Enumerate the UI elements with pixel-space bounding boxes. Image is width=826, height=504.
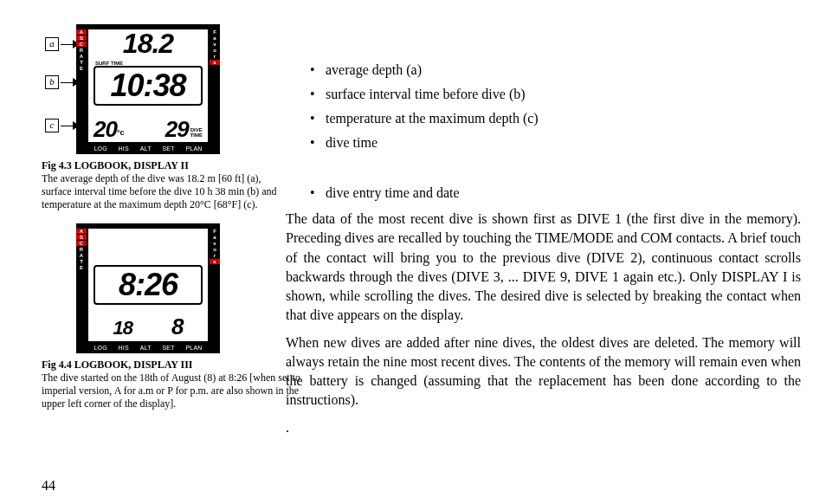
surface-interval-box: 10:38 [94,66,203,106]
callout-c-label: c [45,119,59,132]
figure-4-4-caption-text: The dive started on the 18th of August (… [42,372,300,410]
mode-tabs: LOG HIS ALT SET PLAN [88,144,208,152]
list-item: average depth (a) [326,61,801,80]
callout-a-label: a [45,37,59,51]
figure-4-4-title: Fig 4.4 LOGBOOK, DISPLAY III [42,359,192,371]
figure-4-3: a b c A S C R A T E [76,24,220,154]
body-text: average depth (a) surface interval time … [286,61,801,446]
page-number: 44 [42,478,55,494]
asc-icon: A [76,29,87,35]
favors-icon: F [213,229,216,234]
temp-unit: °c [117,129,125,137]
dive-time-value: 29 [165,118,189,140]
figure-4-4: A S C R A T E F a v o r s 8:26 [76,223,220,353]
feature-list-1: average depth (a) surface interval time … [286,61,801,152]
entry-time-value: 8:26 [95,267,201,303]
side-strip-left: A S C R A T E [76,24,87,154]
side-strip-left: A S C R A T E [76,223,87,353]
left-column: a b c A S C R A T E [42,24,280,410]
mode-tabs: LOG HIS ALT SET PLAN [88,343,208,352]
month-value: 8 [171,315,183,338]
list-item: dive entry time and date [326,184,801,203]
list-item: surface interval time before dive (b) [326,85,801,104]
feature-list-2: dive entry time and date [286,184,801,203]
figure-4-3-caption: Fig 4.3 LOGBOOK, DISPLAY II The average … [42,159,280,211]
callout-b-label: b [45,75,59,89]
paragraph: When new dives are added after nine dive… [286,333,801,410]
list-item: temperature at the maximum depth (c) [326,109,801,128]
lcd-screen: 18.2 SURF TIME 10:38 20 °c 29 DIVE [88,29,208,142]
list-item: dive time [326,133,801,152]
side-strip-right: F a v o r s [210,223,220,353]
day-value: 18 [113,319,132,338]
side-strip-right: F a v o r s [210,24,220,154]
avg-depth-value: 18.2 [88,29,208,57]
paragraph: The data of the most recent dive is show… [286,210,801,324]
figure-4-3-title: Fig 4.3 LOGBOOK, DISPLAY II [42,159,189,171]
callout-a: a [45,36,80,52]
time-box: 8:26 [94,265,203,305]
figure-4-4-caption: Fig 4.4 LOGBOOK, DISPLAY III The dive st… [42,359,319,410]
lcd-screen: 8:26 18 8 [88,229,208,341]
callout-b: b [45,74,80,90]
surface-interval-value: 10:38 [95,68,201,104]
paragraph: . [286,418,801,437]
callout-c: c [45,118,80,133]
page: a b c A S C R A T E [0,0,826,504]
asc-icon: A [76,229,87,234]
figure-4-3-caption-text: The average depth of the dive was 18.2 m… [42,172,277,210]
favors-icon: F [213,29,216,35]
temp-value: 20 [94,118,117,140]
